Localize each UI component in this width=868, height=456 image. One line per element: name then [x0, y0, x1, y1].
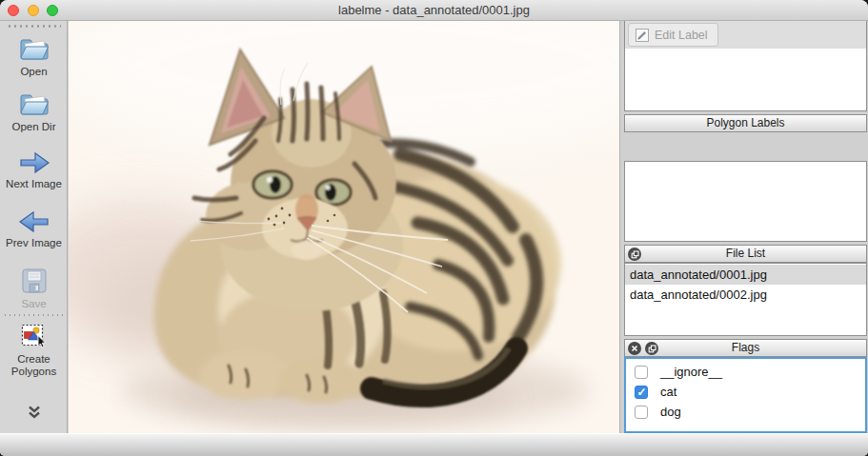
labelme-window: labelme - data_annotated/0001.jpg Open [0, 0, 868, 456]
file-list-title: File List [625, 246, 866, 262]
label-list[interactable] [624, 40, 867, 111]
window-title: labelme - data_annotated/0001.jpg [0, 0, 868, 21]
arrow-left-icon [17, 209, 51, 234]
toolbar-separator [3, 314, 65, 316]
arrow-right-icon [17, 150, 51, 175]
folder-open-icon [18, 89, 50, 118]
cat-photo [69, 21, 619, 433]
toolbar-button-create-polygons[interactable]: Create Polygons [0, 324, 68, 378]
toolbar: Open Open Dir Next Image [0, 21, 68, 433]
toolbar-label-next-image: Next Image [0, 178, 68, 190]
float-panel-icon[interactable] [628, 248, 641, 261]
title-bar: labelme - data_annotated/0001.jpg [0, 0, 868, 21]
close-panel-icon[interactable] [628, 342, 641, 355]
create-polygons-icon [21, 324, 48, 350]
toolbar-button-open[interactable]: Open [0, 34, 68, 78]
toolbar-button-save[interactable]: Save [0, 267, 68, 310]
polygon-labels-toolbar: Edit Label [624, 21, 867, 49]
polygon-labels-header[interactable]: Polygon Labels [624, 114, 867, 132]
file-list-item[interactable]: data_annotated/0002.jpg [625, 285, 866, 305]
file-list-item[interactable]: data_annotated/0001.jpg [625, 265, 866, 285]
edit-pencil-icon [635, 28, 650, 43]
toolbar-button-next-image[interactable]: Next Image [0, 150, 68, 190]
chevron-double-down-icon [27, 406, 42, 420]
status-bar [0, 433, 868, 456]
flag-item[interactable]: dog [626, 402, 865, 422]
flag-label: dog [660, 405, 681, 419]
flag-checkbox[interactable] [635, 366, 648, 379]
toolbar-drag-handle[interactable] [7, 25, 61, 28]
edit-label-button[interactable]: Edit Label [628, 23, 718, 47]
file-list-header[interactable]: File List [624, 245, 867, 263]
toolbar-label-open: Open [0, 66, 68, 78]
right-dock: Label List Polygon Labels Edit Label Fil [619, 21, 868, 433]
toolbar-overflow-button[interactable] [0, 406, 68, 424]
toolbar-button-prev-image[interactable]: Prev Image [0, 209, 68, 249]
flag-label: __ignore__ [660, 365, 722, 379]
float-panel-icon[interactable] [645, 342, 658, 355]
toolbar-button-open-dir[interactable]: Open Dir [0, 89, 68, 133]
flags-header[interactable]: Flags [624, 339, 867, 357]
flag-item[interactable]: cat [626, 382, 865, 402]
file-list[interactable]: data_annotated/0001.jpg data_annotated/0… [624, 263, 867, 336]
edit-label-button-text: Edit Label [655, 29, 708, 42]
polygon-labels-title: Polygon Labels [625, 115, 866, 131]
polygon-labels-list[interactable] [624, 161, 867, 242]
flag-label: cat [660, 385, 676, 399]
flag-item[interactable]: __ignore__ [626, 362, 865, 382]
toolbar-label-create-polygons: Create Polygons [0, 353, 68, 378]
toolbar-label-save: Save [0, 298, 68, 310]
flags-title: Flags [625, 340, 866, 356]
flag-checkbox[interactable] [635, 386, 648, 399]
annotation-canvas[interactable] [69, 21, 619, 433]
toolbar-label-prev-image: Prev Image [0, 237, 68, 249]
flags-list[interactable]: __ignore__ cat dog [624, 357, 867, 433]
folder-open-icon [18, 34, 50, 63]
flag-checkbox[interactable] [635, 406, 648, 419]
save-icon [20, 267, 49, 295]
toolbar-label-open-dir: Open Dir [0, 121, 68, 133]
